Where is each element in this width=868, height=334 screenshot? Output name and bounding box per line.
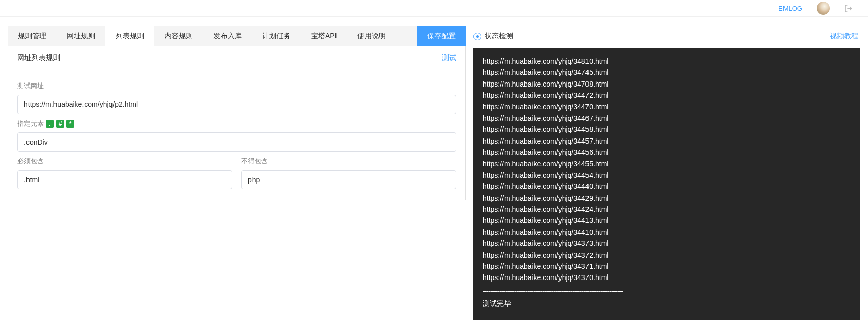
console: https://m.huabaike.com/yhjq/34810.htmlht… xyxy=(473,48,860,320)
console-line: https://m.huabaike.com/yhjq/34410.html xyxy=(483,227,851,238)
console-line: https://m.huabaike.com/yhjq/34456.html xyxy=(483,147,851,158)
chip-class-icon[interactable]: . xyxy=(46,120,54,128)
must-include-label: 必须包含 xyxy=(17,157,232,166)
console-line: https://m.huabaike.com/yhjq/34454.html xyxy=(483,170,851,181)
console-line: https://m.huabaike.com/yhjq/34373.html xyxy=(483,238,851,249)
console-line: https://m.huabaike.com/yhjq/34429.html xyxy=(483,192,851,204)
save-button[interactable]: 保存配置 xyxy=(417,26,466,46)
chip-id-icon[interactable]: # xyxy=(56,120,64,128)
right-column: 状态检测 视频教程 https://m.huabaike.com/yhjq/34… xyxy=(473,26,860,320)
console-line: https://m.huabaike.com/yhjq/34810.html xyxy=(483,55,851,67)
topbar: EMLOG xyxy=(0,0,868,17)
rule-card: 网址列表规则 测试 测试网址 指定元素 . # * 必须包含 xyxy=(8,46,466,200)
main-wrap: 规则管理网址规则列表规则内容规则发布入库计划任务宝塔API使用说明 保存配置 网… xyxy=(0,17,868,320)
console-line: https://m.huabaike.com/yhjq/34467.html xyxy=(483,113,851,124)
card-header: 网址列表规则 测试 xyxy=(8,46,465,70)
console-done: 测试完毕 xyxy=(483,298,851,309)
card-body: 测试网址 指定元素 . # * 必须包含 不得包含 xyxy=(8,70,465,200)
chip-any-icon[interactable]: * xyxy=(66,120,74,128)
element-input[interactable] xyxy=(17,132,456,152)
test-link[interactable]: 测试 xyxy=(442,53,456,63)
test-url-label: 测试网址 xyxy=(17,81,456,91)
tab-5[interactable]: 计划任务 xyxy=(252,26,301,46)
console-line: https://m.huabaike.com/yhjq/34370.html xyxy=(483,272,851,283)
console-line: https://m.huabaike.com/yhjq/34424.html xyxy=(483,204,851,215)
tabs: 规则管理网址规则列表规则内容规则发布入库计划任务宝塔API使用说明 xyxy=(8,26,417,46)
tab-0[interactable]: 规则管理 xyxy=(8,26,57,46)
logout-icon[interactable] xyxy=(844,4,853,13)
tab-7[interactable]: 使用说明 xyxy=(347,26,396,46)
console-line: https://m.huabaike.com/yhjq/34708.html xyxy=(483,78,851,90)
console-separator: ----------------------------------------… xyxy=(483,286,851,297)
console-line: https://m.huabaike.com/yhjq/34440.html xyxy=(483,181,851,192)
tabs-row: 规则管理网址规则列表规则内容规则发布入库计划任务宝塔API使用说明 保存配置 xyxy=(8,26,466,46)
tab-2[interactable]: 列表规则 xyxy=(105,26,154,46)
tab-1[interactable]: 网址规则 xyxy=(57,26,105,46)
target-icon xyxy=(473,33,481,40)
console-line: https://m.huabaike.com/yhjq/34455.html xyxy=(483,158,851,170)
console-line: https://m.huabaike.com/yhjq/34372.html xyxy=(483,249,851,261)
tab-4[interactable]: 发布入库 xyxy=(203,26,252,46)
must-exclude-label: 不得包含 xyxy=(241,157,456,166)
element-label: 指定元素 xyxy=(17,119,44,128)
console-line: https://m.huabaike.com/yhjq/34745.html xyxy=(483,67,851,78)
console-line: https://m.huabaike.com/yhjq/34413.html xyxy=(483,215,851,226)
element-label-row: 指定元素 . # * xyxy=(17,119,456,128)
must-exclude-input[interactable] xyxy=(241,170,456,189)
card-title: 网址列表规则 xyxy=(17,53,60,63)
status-header: 状态检测 视频教程 xyxy=(473,26,860,46)
status-label: 状态检测 xyxy=(473,32,513,41)
console-line: https://m.huabaike.com/yhjq/34457.html xyxy=(483,135,851,147)
tab-6[interactable]: 宝塔API xyxy=(301,26,347,46)
left-column: 规则管理网址规则列表规则内容规则发布入库计划任务宝塔API使用说明 保存配置 网… xyxy=(8,26,466,200)
video-tutorial-link[interactable]: 视频教程 xyxy=(830,32,858,41)
brand-link[interactable]: EMLOG xyxy=(778,5,802,12)
console-line: https://m.huabaike.com/yhjq/34371.html xyxy=(483,261,851,272)
must-include-input[interactable] xyxy=(17,170,232,189)
status-label-text: 状态检测 xyxy=(485,32,513,41)
avatar[interactable] xyxy=(817,2,830,15)
tab-3[interactable]: 内容规则 xyxy=(154,26,203,46)
console-line: https://m.huabaike.com/yhjq/34472.html xyxy=(483,90,851,101)
console-line: https://m.huabaike.com/yhjq/34470.html xyxy=(483,101,851,113)
test-url-input[interactable] xyxy=(17,95,456,114)
console-line: https://m.huabaike.com/yhjq/34458.html xyxy=(483,124,851,135)
